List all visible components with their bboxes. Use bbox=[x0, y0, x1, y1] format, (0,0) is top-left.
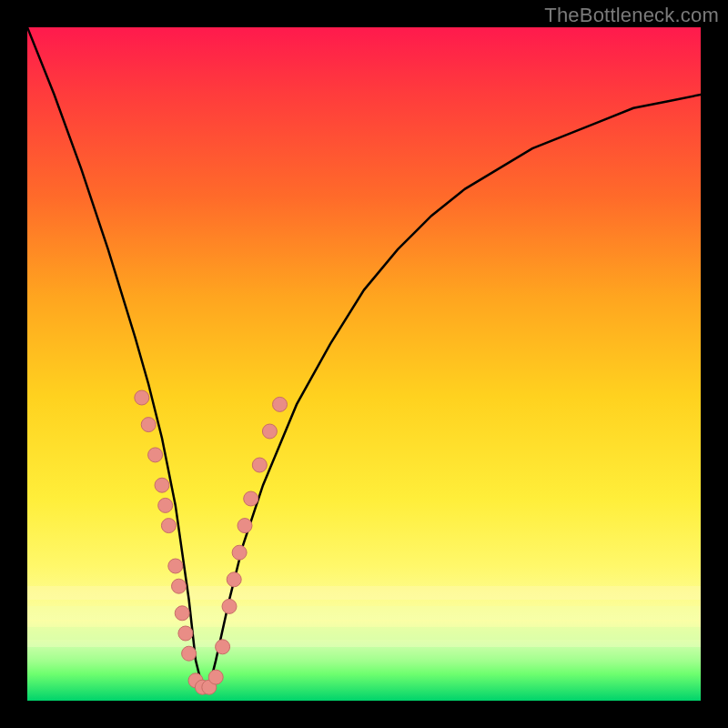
data-marker bbox=[161, 519, 176, 533]
data-marker bbox=[178, 626, 193, 641]
watermark-text: TheBottleneck.com bbox=[544, 4, 719, 27]
data-marker bbox=[172, 579, 187, 593]
data-marker bbox=[148, 448, 163, 462]
chart-svg bbox=[27, 27, 701, 701]
marker-group bbox=[135, 390, 288, 694]
chart-frame: TheBottleneck.com bbox=[0, 0, 728, 728]
data-marker bbox=[141, 418, 156, 432]
bottleneck-curve bbox=[27, 27, 701, 687]
data-marker bbox=[168, 559, 183, 573]
data-marker bbox=[158, 498, 173, 512]
data-marker bbox=[182, 646, 197, 661]
data-marker bbox=[262, 424, 277, 439]
data-marker bbox=[216, 640, 230, 654]
data-marker bbox=[238, 519, 252, 533]
plot-area bbox=[27, 27, 701, 701]
data-marker bbox=[222, 599, 237, 613]
data-marker bbox=[244, 491, 258, 506]
data-marker bbox=[252, 458, 267, 472]
data-marker bbox=[232, 545, 247, 560]
data-marker bbox=[208, 670, 223, 684]
data-marker bbox=[273, 397, 288, 411]
data-marker bbox=[227, 572, 241, 587]
data-marker bbox=[155, 478, 169, 492]
data-marker bbox=[135, 390, 149, 405]
data-marker bbox=[175, 606, 189, 621]
